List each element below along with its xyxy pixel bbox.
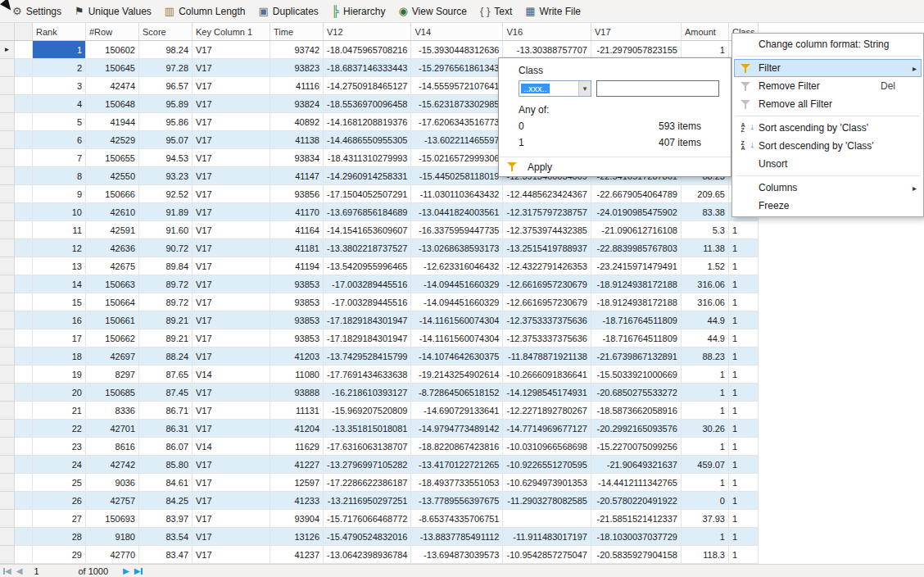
cell-v14[interactable]: -15.3930448312636 bbox=[411, 41, 503, 59]
cell-rank[interactable]: 10 bbox=[33, 203, 86, 221]
cell-v17[interactable]: -21.5851521412337 bbox=[591, 510, 682, 528]
cell-time[interactable]: 93853 bbox=[270, 293, 324, 311]
column-header-time[interactable]: Time bbox=[270, 23, 324, 41]
cell-time[interactable]: 41204 bbox=[270, 420, 324, 438]
menu-item-change-column-format-string[interactable]: Change column format: String bbox=[734, 35, 922, 53]
cell-v12[interactable]: -13.7429528415799 bbox=[324, 348, 411, 366]
cell-v12[interactable]: -13.6976856184689 bbox=[324, 203, 411, 221]
cell-rank[interactable]: 28 bbox=[33, 528, 86, 546]
cell-row[interactable]: 41944 bbox=[86, 113, 139, 131]
menu-item-remove-all-filter[interactable]: Remove all Filter bbox=[734, 95, 922, 113]
column-header-rank[interactable]: Rank bbox=[33, 23, 86, 41]
cell-v12[interactable]: -13.351815018081 bbox=[324, 420, 411, 438]
cell-amount[interactable]: 5.3 bbox=[682, 221, 729, 239]
cell-time[interactable]: 93856 bbox=[270, 185, 324, 203]
toolbar-item-hierarchy[interactable]: ╠Hierarchy bbox=[326, 2, 392, 20]
cell-score[interactable]: 89.84 bbox=[139, 257, 192, 275]
cell-key-column-1[interactable]: V17 bbox=[192, 113, 270, 131]
cell-score[interactable]: 84.25 bbox=[139, 492, 192, 510]
cell-score[interactable]: 91.89 bbox=[139, 203, 192, 221]
cell-v17[interactable]: -20.2992165093576 bbox=[591, 420, 682, 438]
cell-key-column-1[interactable]: V17 bbox=[192, 131, 270, 149]
cell-class[interactable]: 1 bbox=[729, 257, 759, 275]
cell-score[interactable]: 91.60 bbox=[139, 221, 192, 239]
cell-score[interactable]: 89.21 bbox=[139, 311, 192, 329]
row-marker-cell[interactable] bbox=[0, 131, 15, 149]
chevron-down-icon[interactable]: ▾ bbox=[578, 81, 591, 96]
cell-v12[interactable]: -13.5420955996465 bbox=[324, 257, 411, 275]
menu-item-freeze[interactable]: Freeze bbox=[734, 197, 922, 215]
row-marker-cell[interactable] bbox=[0, 257, 15, 275]
cell-key-column-1[interactable]: V17 bbox=[192, 546, 270, 564]
cell-v12[interactable]: -17.003289445516 bbox=[324, 293, 411, 311]
cell-score[interactable]: 94.53 bbox=[139, 149, 192, 167]
cell-time[interactable]: 41116 bbox=[270, 77, 324, 95]
row-marker-cell[interactable] bbox=[0, 474, 15, 492]
cell-v16[interactable]: -12.2271892780267 bbox=[503, 402, 591, 420]
cell-v17[interactable]: -20.6850275533272 bbox=[591, 384, 682, 402]
cell-rank[interactable]: 18 bbox=[33, 348, 86, 366]
cell-key-column-1[interactable]: V17 bbox=[192, 348, 270, 366]
cell-v14[interactable]: -14.094451660329 bbox=[411, 293, 503, 311]
cell-row[interactable]: 42636 bbox=[86, 239, 139, 257]
cell-v14[interactable]: -18.8220867423816 bbox=[411, 438, 503, 456]
cell-v14[interactable]: -14.1161560074304 bbox=[411, 329, 503, 348]
cell-score[interactable]: 96.57 bbox=[139, 77, 192, 95]
cell-rank[interactable]: 1 bbox=[33, 41, 86, 59]
cell-time[interactable]: 41164 bbox=[270, 221, 324, 239]
column-header-v14[interactable]: V14 bbox=[411, 23, 503, 41]
cell-v16[interactable]: -12.4485623424367 bbox=[503, 185, 591, 203]
cell-v14[interactable]: -17.6206343516773 bbox=[411, 113, 503, 131]
cell-rank[interactable]: 27 bbox=[33, 510, 86, 528]
cell-rank[interactable]: 5 bbox=[33, 113, 86, 131]
cell-v17[interactable]: -18.1030037037729 bbox=[591, 528, 682, 546]
cell-time[interactable]: 41138 bbox=[270, 131, 324, 149]
cell-score[interactable]: 95.86 bbox=[139, 113, 192, 131]
cell-score[interactable]: 89.72 bbox=[139, 275, 192, 293]
cell-v14[interactable]: -13.7789556397675 bbox=[411, 492, 503, 510]
cell-v17[interactable]: -18.9124938172188 bbox=[591, 275, 682, 293]
cell-score[interactable]: 89.21 bbox=[139, 329, 192, 348]
cell-v16[interactable]: -10.2666091836641 bbox=[503, 366, 591, 384]
cell-class[interactable]: 1 bbox=[729, 402, 759, 420]
column-header-v17[interactable]: V17 bbox=[591, 23, 682, 41]
cell-v12[interactable]: -17.003289445516 bbox=[324, 275, 411, 293]
cell-amount[interactable]: 83.38 bbox=[682, 203, 729, 221]
cell-class[interactable]: 1 bbox=[729, 492, 759, 510]
apply-row[interactable]: Apply bbox=[499, 157, 731, 176]
cell-time[interactable]: 41237 bbox=[270, 546, 324, 564]
cell-score[interactable]: 83.47 bbox=[139, 546, 192, 564]
menu-item-sort-ascending-by-class[interactable]: AZ↓Sort ascending by 'Class' bbox=[734, 119, 922, 137]
menu-item-filter[interactable]: Filter▸ bbox=[734, 59, 922, 77]
cell-v16[interactable]: -12.6616957230679 bbox=[503, 275, 591, 293]
cell-v14[interactable]: -13.8837785491112 bbox=[411, 528, 503, 546]
cell-rank[interactable]: 12 bbox=[33, 239, 86, 257]
cell-key-column-1[interactable]: V17 bbox=[192, 528, 270, 546]
cell-rank[interactable]: 19 bbox=[33, 366, 86, 384]
cell-rank[interactable]: 25 bbox=[33, 474, 86, 492]
cell-amount[interactable]: 1 bbox=[682, 528, 729, 546]
cell-v17[interactable]: -14.4412111342765 bbox=[591, 474, 682, 492]
cell-time[interactable]: 41203 bbox=[270, 348, 324, 366]
toolbar-item-unique-values[interactable]: ⚑Unique Values bbox=[69, 2, 157, 20]
column-header-key-column-1[interactable]: Key Column 1 bbox=[192, 23, 270, 41]
cell-key-column-1[interactable]: V17 bbox=[192, 456, 270, 474]
cell-class[interactable]: 1 bbox=[729, 239, 759, 257]
cell-rank[interactable]: 11 bbox=[33, 221, 86, 239]
cell-score[interactable]: 92.52 bbox=[139, 185, 192, 203]
cell-v14[interactable]: -15.6231873302985 bbox=[411, 95, 503, 113]
cell-v16[interactable]: -11.2903278082585 bbox=[503, 492, 591, 510]
filter-text-input[interactable] bbox=[596, 80, 719, 97]
cell-v16[interactable]: -13.2515419788937 bbox=[503, 239, 591, 257]
cell-v12[interactable]: -15.7176066468772 bbox=[324, 510, 411, 528]
cell-time[interactable]: 93853 bbox=[270, 275, 324, 293]
row-marker-cell[interactable] bbox=[0, 366, 15, 384]
cell-row[interactable]: 42701 bbox=[86, 420, 139, 438]
cell-v12[interactable]: -18.0475965708216 bbox=[324, 41, 411, 59]
cell-v16[interactable]: -12.3753337375636 bbox=[503, 329, 591, 348]
cell-score[interactable]: 87.65 bbox=[139, 366, 192, 384]
cell-class[interactable]: 1 bbox=[729, 366, 759, 384]
cell-v12[interactable]: -15.969207520809 bbox=[324, 402, 411, 420]
cell-score[interactable]: 98.24 bbox=[139, 41, 192, 59]
cell-v12[interactable]: -13.2796997105282 bbox=[324, 456, 411, 474]
